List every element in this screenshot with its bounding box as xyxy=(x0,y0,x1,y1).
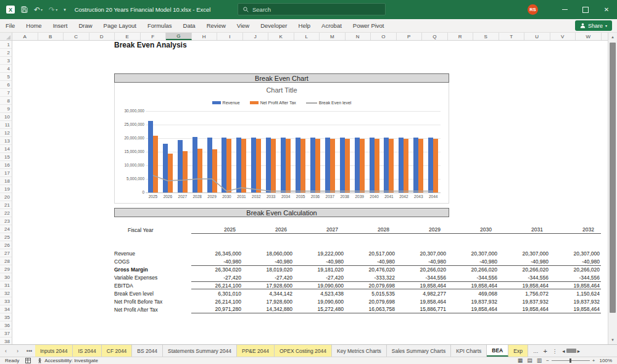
row-header-4[interactable]: 4 xyxy=(0,65,12,73)
value-cell[interactable]: 19,090,600 xyxy=(294,283,345,289)
row-header-8[interactable]: 8 xyxy=(0,97,12,105)
ribbon-tab-file[interactable]: File xyxy=(0,19,20,33)
value-cell[interactable]: -344,556 xyxy=(550,275,601,281)
value-cell[interactable]: 469,068 xyxy=(447,291,499,297)
value-cell[interactable]: 19,222,000 xyxy=(294,250,345,257)
column-header-O[interactable]: O xyxy=(371,33,397,40)
value-cell[interactable]: 17,928,600 xyxy=(242,283,294,289)
ribbon-tab-page-layout[interactable]: Page Layout xyxy=(98,19,142,33)
value-cell[interactable]: -344,556 xyxy=(499,275,550,281)
row-header-34[interactable]: 34 xyxy=(0,305,12,313)
row-header-11[interactable]: 11 xyxy=(0,121,12,129)
value-cell[interactable]: 20,079,698 xyxy=(345,299,396,305)
value-cell[interactable]: 20,517,000 xyxy=(345,250,396,257)
all-sheets-icon[interactable]: ••• xyxy=(23,345,35,357)
column-header-N[interactable]: N xyxy=(346,33,371,40)
value-cell[interactable]: -40,980 xyxy=(447,259,499,265)
column-header-R[interactable]: R xyxy=(448,33,474,40)
share-button[interactable]: Share ▾ xyxy=(575,20,612,31)
row-header-24[interactable]: 24 xyxy=(0,225,12,233)
column-header-M[interactable]: M xyxy=(320,33,346,40)
sheet-tab-cf-2044[interactable]: CF 2044 xyxy=(102,345,133,357)
horizontal-scroll-thumb[interactable] xyxy=(566,349,576,353)
column-header-Q[interactable]: Q xyxy=(422,33,448,40)
sheet-tab-inputs-2044[interactable]: Inputs 2044 xyxy=(35,345,73,357)
value-cell[interactable]: -27,420 xyxy=(294,275,345,281)
value-cell[interactable]: 19,858,464 xyxy=(550,283,601,289)
value-cell[interactable]: 20,079,698 xyxy=(345,283,396,289)
value-cell[interactable]: 26,345,000 xyxy=(191,250,242,257)
value-cell[interactable]: -40,980 xyxy=(345,259,396,265)
column-header-V[interactable]: V xyxy=(550,33,576,40)
row-header-3[interactable]: 3 xyxy=(0,57,12,65)
scroll-right-icon[interactable]: ▸ xyxy=(578,348,580,354)
column-header-S[interactable]: S xyxy=(473,33,499,40)
value-cell[interactable]: 14,342,880 xyxy=(242,306,294,312)
sheet-tab-bea[interactable]: BEA xyxy=(487,345,508,357)
sheet-tab-kpi-charts[interactable]: KPI Charts xyxy=(451,345,487,357)
column-header-J[interactable]: J xyxy=(243,33,269,40)
value-cell[interactable]: 19,858,464 xyxy=(499,306,550,312)
ribbon-tab-view[interactable]: View xyxy=(231,19,255,33)
row-header-16[interactable]: 16 xyxy=(0,161,12,169)
vertical-scroll-thumb[interactable] xyxy=(610,43,616,313)
column-header-L[interactable]: L xyxy=(294,33,320,40)
ribbon-tab-help[interactable]: Help xyxy=(293,19,317,33)
search-input[interactable]: Search xyxy=(238,3,386,15)
vertical-scrollbar[interactable]: ▲ ▼ xyxy=(608,33,617,344)
value-cell[interactable]: -40,980 xyxy=(242,259,294,265)
value-cell[interactable]: 19,181,020 xyxy=(294,267,345,273)
value-cell[interactable]: -333,322 xyxy=(345,275,396,281)
column-header-U[interactable]: U xyxy=(524,33,550,40)
value-cell[interactable]: 4,523,438 xyxy=(294,291,345,297)
column-header-W[interactable]: W xyxy=(576,33,602,40)
value-cell[interactable]: 19,858,464 xyxy=(499,283,550,289)
value-cell[interactable]: 18,019,020 xyxy=(242,267,294,273)
scroll-left-icon[interactable]: ◂ xyxy=(562,348,565,354)
row-header-23[interactable]: 23 xyxy=(0,217,12,225)
sheet-tab-pp-e-2044[interactable]: PP&E 2044 xyxy=(237,345,275,357)
scroll-up-icon[interactable]: ▲ xyxy=(608,33,617,41)
value-cell[interactable]: 19,837,932 xyxy=(499,299,550,305)
column-header-C[interactable]: C xyxy=(64,33,89,40)
value-cell[interactable]: 19,858,464 xyxy=(396,299,447,305)
row-header-20[interactable]: 20 xyxy=(0,193,12,201)
ribbon-tab-power-pivot[interactable]: Power Pivot xyxy=(347,19,390,33)
save-icon[interactable] xyxy=(21,6,28,13)
select-all-corner[interactable] xyxy=(0,33,12,41)
row-header-31[interactable]: 31 xyxy=(0,281,12,289)
value-cell[interactable]: -27,420 xyxy=(242,275,294,281)
row-header-26[interactable]: 26 xyxy=(0,241,12,249)
zoom-track[interactable] xyxy=(552,360,590,361)
row-header-30[interactable]: 30 xyxy=(0,273,12,281)
column-header-A[interactable]: A xyxy=(12,33,38,40)
value-cell[interactable]: -40,980 xyxy=(499,259,550,265)
ribbon-tab-home[interactable]: Home xyxy=(20,19,47,33)
ribbon-tab-formulas[interactable]: Formulas xyxy=(142,19,178,33)
value-cell[interactable]: 16,063,758 xyxy=(345,306,396,312)
row-header-17[interactable]: 17 xyxy=(0,169,12,177)
undo-icon[interactable]: ↶▾ xyxy=(34,6,43,14)
accessibility-status[interactable]: Accessibility: Investigate xyxy=(37,358,98,363)
close-button[interactable]: ✕ xyxy=(596,0,617,19)
row-header-35[interactable]: 35 xyxy=(0,313,12,321)
value-cell[interactable]: -40,980 xyxy=(396,259,447,265)
value-cell[interactable]: -40,980 xyxy=(191,259,242,265)
value-cell[interactable]: 1,150,624 xyxy=(550,291,601,297)
sheet-tab-is-2044[interactable]: IS 2044 xyxy=(73,345,101,357)
sheet-tab-statements-summary-2044[interactable]: Statements Summary 2044 xyxy=(163,345,237,357)
value-cell[interactable]: 19,837,932 xyxy=(550,299,601,305)
value-cell[interactable]: 19,858,464 xyxy=(447,283,499,289)
value-cell[interactable]: 19,090,600 xyxy=(294,299,345,305)
column-header-P[interactable]: P xyxy=(397,33,423,40)
value-cell[interactable]: 20,476,020 xyxy=(345,267,396,273)
ribbon-tab-data[interactable]: Data xyxy=(178,19,201,33)
ribbon-tab-review[interactable]: Review xyxy=(201,19,231,33)
row-header-28[interactable]: 28 xyxy=(0,257,12,265)
row-header-10[interactable]: 10 xyxy=(0,113,12,121)
value-cell[interactable]: 20,971,280 xyxy=(191,306,242,312)
row-header-18[interactable]: 18 xyxy=(0,177,12,185)
value-cell[interactable]: -344,556 xyxy=(396,275,447,281)
value-cell[interactable]: 15,886,771 xyxy=(396,306,447,312)
excel-app-icon[interactable]: X xyxy=(6,6,15,14)
